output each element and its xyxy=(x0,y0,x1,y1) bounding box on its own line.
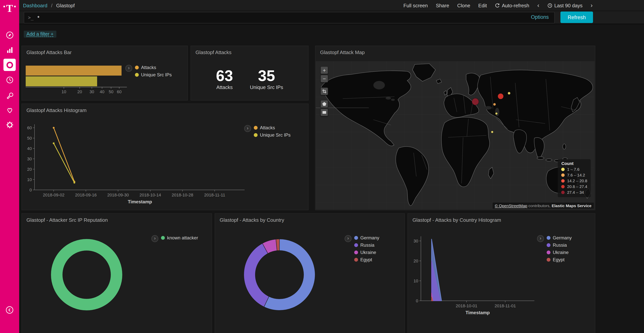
map-attack-point[interactable] xyxy=(493,103,496,106)
time-back-chevron[interactable]: ‹ xyxy=(537,2,539,9)
line-point[interactable] xyxy=(53,142,55,144)
legend-item-Egypt[interactable]: Egypt xyxy=(547,257,572,262)
heartbeat-icon xyxy=(6,106,14,114)
legend-item-Russia[interactable]: Russia xyxy=(547,242,572,248)
add-filter-link[interactable]: Add a filter + xyxy=(24,31,56,38)
chart-legend: ›GermanyRussiaUkraineEgypt xyxy=(344,235,379,264)
map-polygon-select-button[interactable] xyxy=(320,100,328,108)
world-map-canvas[interactable]: + − xyxy=(316,61,594,209)
legend-item-Unique Src IPs[interactable]: Unique Src IPs xyxy=(254,132,290,138)
map-attack-point[interactable] xyxy=(491,131,493,133)
map-attack-point[interactable] xyxy=(472,98,479,105)
sidebar-item-management[interactable] xyxy=(4,119,16,131)
svg-text:0: 0 xyxy=(416,298,418,303)
svg-text:30: 30 xyxy=(414,239,418,243)
donut-slice-known attacker[interactable] xyxy=(57,245,116,305)
legend-item-Ukraine[interactable]: Ukraine xyxy=(547,250,572,255)
panel-attack-map: Glastopf Attack Map xyxy=(315,46,595,210)
elastic-maps-link[interactable]: Elastic Maps Service xyxy=(552,203,592,208)
svg-text:20: 20 xyxy=(78,89,82,94)
svg-text:Timestamp: Timestamp xyxy=(466,310,490,315)
legend-item-Egypt[interactable]: Egypt xyxy=(354,257,379,262)
svg-text:Timestamp: Timestamp xyxy=(128,199,152,204)
legend-toggle-icon[interactable]: › xyxy=(125,65,132,72)
bar-Unique Src IPs[interactable] xyxy=(26,76,97,86)
sidebar-item-discover[interactable] xyxy=(4,29,16,41)
sidebar-item-timelion[interactable] xyxy=(4,74,16,86)
line-Attacks[interactable] xyxy=(54,128,74,182)
legend-toggle-icon[interactable]: › xyxy=(344,235,352,242)
map-fit-bounds-button[interactable] xyxy=(320,88,328,95)
map-legend-title: Count xyxy=(562,161,587,166)
svg-text:60: 60 xyxy=(27,125,32,130)
donut-slice-Russia[interactable] xyxy=(244,243,269,307)
edit-button[interactable]: Edit xyxy=(478,3,487,8)
svg-text:30: 30 xyxy=(27,157,32,161)
bar-chart-icon xyxy=(6,46,14,54)
breadcrumb-dashboard-link[interactable]: Dashboard xyxy=(23,3,47,8)
time-forward-chevron[interactable]: › xyxy=(590,2,593,9)
world-map xyxy=(316,61,594,209)
openstreetmap-link[interactable]: © OpenStreetMap xyxy=(495,203,527,208)
line-point[interactable] xyxy=(53,127,55,129)
map-attack-point[interactable] xyxy=(508,92,510,95)
legend-item-known attacker[interactable]: known attacker xyxy=(161,235,198,240)
legend-item-Germany[interactable]: Germany xyxy=(547,235,572,240)
metric-value: 63 xyxy=(216,68,233,84)
query-bar: >_ Options Refresh xyxy=(19,11,644,24)
filter-bar: Add a filter + xyxy=(19,24,644,42)
telekom-logo[interactable]: T xyxy=(0,0,19,25)
full-screen-button[interactable]: Full screen xyxy=(404,3,428,8)
panel-title: Glastopf Attack Map xyxy=(316,46,595,57)
legend-item-Ukraine[interactable]: Ukraine xyxy=(354,250,379,255)
time-picker-button[interactable]: Last 90 days xyxy=(548,3,582,8)
clone-button[interactable]: Clone xyxy=(457,3,470,8)
sidebar-item-dashboard[interactable] xyxy=(4,59,16,71)
panel-country-histogram: Glastopf - Attacks by Country Histogram … xyxy=(408,213,595,333)
panel-title: Glastopf Attacks Histogram xyxy=(22,104,308,115)
svg-text:20: 20 xyxy=(414,259,418,263)
search-query-input[interactable] xyxy=(36,14,554,21)
svg-text:40: 40 xyxy=(27,146,32,151)
legend-color-dot xyxy=(547,236,550,240)
map-attack-point[interactable] xyxy=(495,112,498,115)
map-rectangle-select-button[interactable] xyxy=(320,109,328,116)
map-legend-range: 7.6 – 14.2 xyxy=(562,173,587,177)
timelion-clock-icon xyxy=(6,76,14,84)
legend-item-Attacks[interactable]: Attacks xyxy=(135,65,172,70)
line-Unique Src IPs[interactable] xyxy=(54,143,74,183)
legend-color-dot xyxy=(562,185,565,188)
svg-text:10: 10 xyxy=(414,278,418,283)
legend-item-Germany[interactable]: Germany xyxy=(354,235,379,240)
map-attack-point[interactable] xyxy=(498,93,504,99)
svg-text:30: 30 xyxy=(90,89,94,94)
panel-title: Glastopf Attacks xyxy=(191,46,308,57)
legend-item-Attacks[interactable]: Attacks xyxy=(254,125,290,130)
refresh-button[interactable]: Refresh xyxy=(560,12,593,23)
gear-icon xyxy=(6,121,14,129)
svg-text:60: 60 xyxy=(117,89,122,94)
share-button[interactable]: Share xyxy=(436,3,449,8)
sidebar-item-visualize[interactable] xyxy=(4,44,16,56)
sidebar-collapse-button[interactable] xyxy=(4,304,16,316)
svg-text:2018-10-28: 2018-10-28 xyxy=(172,193,194,197)
chart-legend: ›GermanyRussiaUkraineEgypt xyxy=(537,235,572,264)
sidebar-item-monitoring[interactable] xyxy=(4,104,16,116)
map-legend-range: 20.8 – 27.4 xyxy=(562,184,587,189)
map-zoom-out-button[interactable]: − xyxy=(320,75,328,83)
line-point[interactable] xyxy=(74,182,75,184)
map-legend-range: 14.2 – 20.8 xyxy=(562,178,587,183)
map-zoom-in-button[interactable]: + xyxy=(320,66,328,74)
auto-refresh-button[interactable]: Auto-refresh xyxy=(495,3,529,8)
query-options-link[interactable]: Options xyxy=(531,14,549,20)
panel-attacks-bar: Glastopf Attacks Bar 102030405060 ›Attac… xyxy=(22,46,188,101)
sidebar-item-dev-tools[interactable] xyxy=(4,89,16,101)
bar-Attacks[interactable] xyxy=(26,66,122,76)
legend-toggle-icon[interactable]: › xyxy=(152,235,158,242)
legend-color-dot xyxy=(161,236,165,240)
legend-item-Russia[interactable]: Russia xyxy=(354,242,379,248)
legend-item-Unique Src IPs[interactable]: Unique Src IPs xyxy=(135,72,172,78)
legend-toggle-icon[interactable]: › xyxy=(537,235,544,242)
metric-label: Attacks xyxy=(216,84,233,90)
legend-toggle-icon[interactable]: › xyxy=(244,125,251,132)
